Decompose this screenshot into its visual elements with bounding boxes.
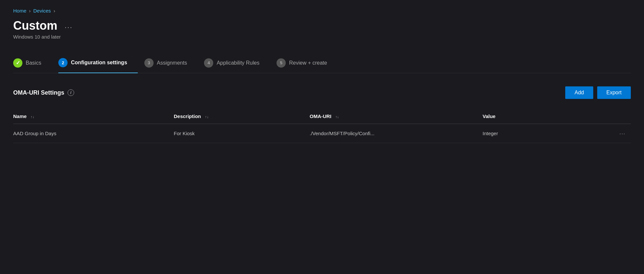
sort-icon-name[interactable]: ↑↓ — [31, 115, 34, 119]
tab-badge-basics: ✓ — [13, 58, 22, 68]
table-header-row: Name ↑↓ Description ↑↓ OMA-URI ↑↓ Value — [13, 109, 631, 124]
tab-label-configuration: Configuration settings — [71, 60, 127, 66]
tab-label-applicability: Applicability Rules — [217, 60, 259, 66]
sort-icon-description[interactable]: ↑↓ — [205, 115, 209, 119]
col-header-value: Value — [483, 109, 606, 124]
info-icon[interactable]: i — [68, 89, 74, 96]
more-options-button[interactable]: ... — [62, 20, 75, 31]
tab-number-applicability: 4 — [208, 60, 210, 65]
table-row: AAD Group in Days For Kiosk ./Vendor/MSF… — [13, 124, 631, 143]
tab-basics[interactable]: ✓ Basics — [13, 53, 52, 73]
breadcrumb-home[interactable]: Home — [13, 8, 26, 14]
tab-badge-assignments: 3 — [144, 58, 154, 68]
section-title-row: OMA-URI Settings i — [13, 89, 74, 96]
tab-number-review: 5 — [280, 60, 282, 65]
page-title: Custom — [13, 19, 57, 33]
tab-label-review: Review + create — [289, 60, 327, 66]
tab-review[interactable]: 5 Review + create — [277, 53, 337, 73]
col-header-actions — [606, 109, 631, 124]
tab-number-configuration: 2 — [62, 60, 64, 65]
cell-description: For Kiosk — [174, 124, 309, 143]
tab-label-assignments: Assignments — [157, 60, 187, 66]
col-header-name[interactable]: Name ↑↓ — [13, 109, 174, 124]
cell-name: AAD Group in Days — [13, 124, 174, 143]
export-button[interactable]: Export — [597, 86, 631, 99]
page-header: Custom ... Windows 10 and later — [13, 19, 631, 40]
sort-icon-oma-uri[interactable]: ↑↓ — [336, 115, 339, 119]
row-actions-button[interactable]: ··· — [606, 124, 631, 143]
breadcrumb-sep-2: › — [53, 8, 55, 14]
wizard-tabs: ✓ Basics 2 Configuration settings 3 Assi… — [13, 53, 631, 73]
col-header-description[interactable]: Description ↑↓ — [174, 109, 309, 124]
breadcrumb-devices[interactable]: Devices — [33, 8, 51, 14]
tab-label-basics: Basics — [26, 60, 41, 66]
tab-badge-applicability: 4 — [204, 58, 213, 68]
oma-uri-table: Name ↑↓ Description ↑↓ OMA-URI ↑↓ Value … — [13, 109, 631, 143]
tab-number-assignments: 3 — [148, 60, 150, 65]
action-buttons: Add Export — [565, 86, 631, 99]
breadcrumb-sep-1: › — [29, 8, 31, 14]
tab-badge-configuration: 2 — [58, 58, 68, 67]
tab-badge-review: 5 — [277, 58, 286, 68]
section-title: OMA-URI Settings — [13, 89, 64, 96]
col-header-oma-uri[interactable]: OMA-URI ↑↓ — [310, 109, 483, 124]
tab-applicability[interactable]: 4 Applicability Rules — [204, 53, 270, 73]
tab-configuration[interactable]: 2 Configuration settings — [58, 53, 138, 73]
page-subtitle: Windows 10 and later — [13, 34, 631, 40]
section-header: OMA-URI Settings i Add Export — [13, 86, 631, 99]
cell-value: Integer — [483, 124, 606, 143]
cell-oma-uri: ./Vendor/MSFT/Policy/Confi... — [310, 124, 483, 143]
add-button[interactable]: Add — [565, 86, 593, 99]
breadcrumb: Home › Devices › — [13, 8, 631, 14]
tab-assignments[interactable]: 3 Assignments — [144, 53, 198, 73]
checkmark-icon: ✓ — [16, 60, 20, 66]
